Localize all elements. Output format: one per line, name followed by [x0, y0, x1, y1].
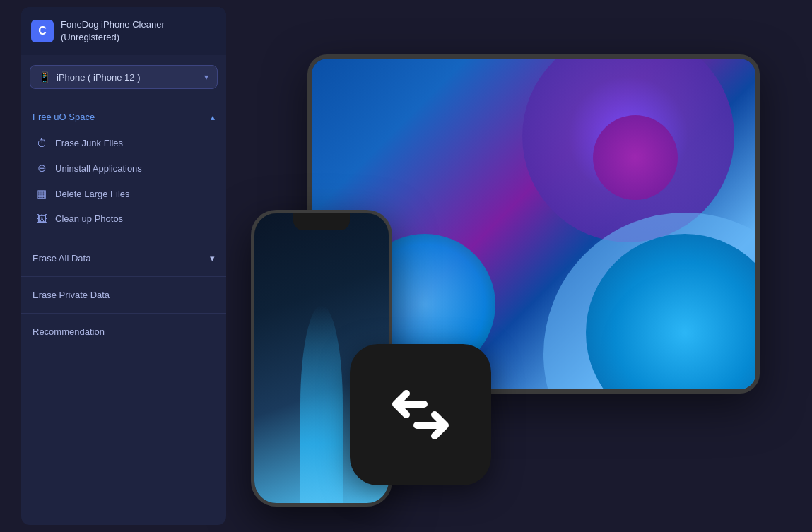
- title-bar: C FoneDog iPhone Cleaner (Unregistered): [21, 7, 226, 55]
- menu-item-clean-photos[interactable]: 🖼 Clean up Photos: [21, 206, 226, 231]
- app-window: C FoneDog iPhone Cleaner (Unregistered) …: [21, 7, 226, 525]
- photos-icon: 🖼: [35, 213, 48, 225]
- divider-1: [21, 240, 226, 240]
- recommendation-section[interactable]: Recommendation: [21, 317, 226, 347]
- menu-item-delete-large[interactable]: ▦ Delete Large Files: [21, 181, 226, 206]
- divider-2: [21, 276, 226, 277]
- device-selector[interactable]: 📱 iPhone ( iPhone 12 ) ▾: [30, 65, 218, 89]
- iphone-notch: [293, 213, 350, 230]
- erase-private-data-label: Erase Private Data: [33, 290, 110, 300]
- transfer-arrows-svg: [375, 379, 466, 450]
- apps-icon: ⊖: [35, 162, 48, 175]
- sidebar-content: Free uO Space ▴ ⏱ Erase Junk Files ⊖ Uni…: [21, 99, 226, 353]
- recommendation-label: Recommendation: [33, 326, 105, 337]
- decorative-circle-inner: [593, 115, 678, 200]
- erase-all-data-section[interactable]: Erase All Data ▾: [21, 243, 226, 273]
- erase-private-data-section[interactable]: Erase Private Data: [21, 280, 226, 310]
- menu-item-erase-junk[interactable]: ⏱ Erase Junk Files: [21, 131, 226, 155]
- erase-all-data-label: Erase All Data: [33, 253, 90, 264]
- phone-icon: 📱: [39, 71, 51, 83]
- hero-area: [198, 0, 812, 532]
- devices-container: [251, 26, 760, 507]
- uninstall-apps-label: Uninstall Applications: [55, 163, 142, 174]
- chevron-down-icon: ▾: [204, 72, 208, 82]
- free-up-space-label: Free uO Space: [33, 112, 95, 122]
- file-icon: ▦: [35, 187, 48, 200]
- clock-icon: ⏱: [35, 137, 48, 149]
- free-up-space-items: ⏱ Erase Junk Files ⊖ Uninstall Applicati…: [21, 129, 226, 237]
- delete-large-label: Delete Large Files: [55, 189, 130, 199]
- section-chevron-up-icon: ▴: [211, 112, 215, 122]
- device-label: iPhone ( iPhone 12 ): [57, 72, 141, 83]
- app-title: FoneDog iPhone Cleaner (Unregistered): [61, 18, 165, 44]
- erase-junk-label: Erase Junk Files: [55, 138, 123, 148]
- free-up-space-header[interactable]: Free uO Space ▴: [21, 105, 226, 129]
- clean-photos-label: Clean up Photos: [55, 213, 123, 224]
- iphone-light-beam: [300, 305, 343, 503]
- chevron-down-erase-icon: ▾: [210, 253, 215, 264]
- divider-3: [21, 313, 226, 314]
- app-logo: C: [31, 20, 54, 42]
- transfer-app-icon: [350, 344, 491, 485]
- menu-item-uninstall-apps[interactable]: ⊖ Uninstall Applications: [21, 155, 226, 181]
